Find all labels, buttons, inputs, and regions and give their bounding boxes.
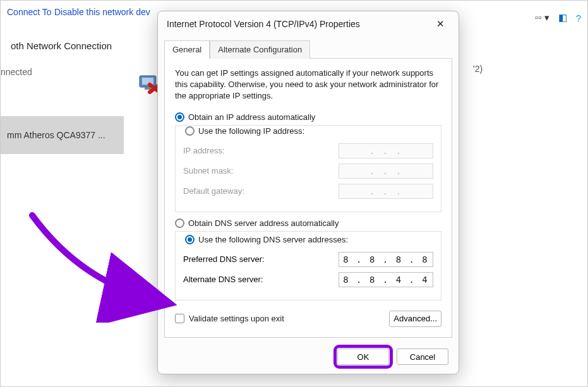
radio-ip-auto[interactable] xyxy=(175,112,184,122)
alternate-dns-label: Alternate DNS server: xyxy=(183,275,263,284)
preview-pane-icon[interactable]: ◧ xyxy=(558,12,567,23)
disable-device-link[interactable]: Disable this network dev xyxy=(54,7,150,17)
radio-dns-manual[interactable] xyxy=(185,235,195,244)
preferred-dns-input[interactable]: 8 . 8 . 8 . 8 xyxy=(339,252,433,267)
ip-address-input: . . . xyxy=(339,143,433,158)
connect-to-link[interactable]: Connect To xyxy=(7,7,52,17)
radio-dns-manual-label: Use the following DNS server addresses: xyxy=(198,235,348,244)
subnet-mask-label: Subnet mask: xyxy=(183,166,234,176)
advanced-button[interactable]: Advanced... xyxy=(389,311,441,327)
tab-panel-general: You can get IP settings assigned automat… xyxy=(164,58,452,338)
validate-settings-label: Validate settings upon exit xyxy=(189,314,284,323)
ok-button[interactable]: OK xyxy=(337,348,389,365)
subnet-mask-input: . . . xyxy=(339,164,433,179)
preferred-dns-label: Preferred DNS server: xyxy=(183,254,265,264)
default-gateway-input: . . . xyxy=(339,184,433,199)
radio-ip-manual-label: Use the following IP address: xyxy=(198,126,304,136)
item-count-text: '2) xyxy=(473,64,483,74)
tab-alternate[interactable]: Alternate Configuration xyxy=(210,40,310,59)
radio-ip-auto-label: Obtain an IP address automatically xyxy=(188,112,315,122)
default-gateway-label: Default gateway: xyxy=(183,186,244,196)
help-icon[interactable]: ? xyxy=(576,13,581,23)
tab-row: General Alternate Configuration xyxy=(164,40,452,59)
radio-dns-auto-label: Obtain DNS server address automatically xyxy=(188,218,339,228)
validate-settings-checkbox[interactable] xyxy=(175,314,184,323)
connection-status: nnected xyxy=(1,67,32,77)
dialog-title: Internet Protocol Version 4 (TCP/IPv4) P… xyxy=(167,19,360,29)
radio-dns-auto[interactable] xyxy=(175,218,184,228)
tab-general[interactable]: General xyxy=(164,40,210,59)
description-text: You can get IP settings assigned automat… xyxy=(175,68,441,102)
close-icon[interactable]: ✕ xyxy=(431,15,450,33)
dialog-titlebar: Internet Protocol Version 4 (TCP/IPv4) P… xyxy=(158,11,459,37)
svg-rect-2 xyxy=(145,87,151,90)
radio-ip-manual[interactable] xyxy=(185,126,195,136)
cancel-button[interactable]: Cancel xyxy=(397,348,448,365)
view-options-icon[interactable]: ▫▫ ▾ xyxy=(535,12,549,23)
ipv4-properties-dialog: Internet Protocol Version 4 (TCP/IPv4) P… xyxy=(157,11,459,374)
ip-address-label: IP address: xyxy=(183,146,225,155)
svg-rect-1 xyxy=(142,78,153,85)
adapter-list-item[interactable]: mm Atheros QCA9377 ... xyxy=(1,116,124,154)
alternate-dns-input[interactable]: 8 . 8 . 4 . 4 xyxy=(339,272,433,287)
